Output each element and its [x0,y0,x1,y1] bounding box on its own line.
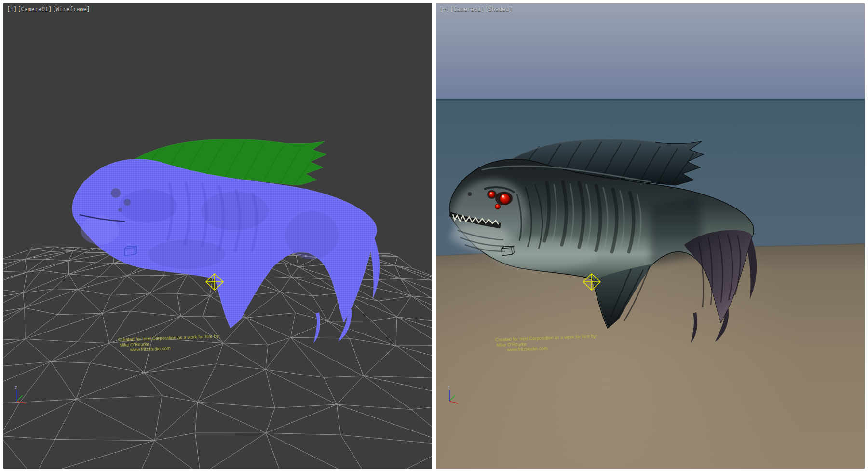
z-axis-label: z [15,385,17,389]
ground-grid-line [114,264,127,276]
ground-grid-line [324,376,364,377]
ground-grid-line [377,266,401,279]
y-axis-line [17,395,23,401]
ground-grid-line [431,280,432,303]
viewport-menu-shading[interactable]: [Shaded] [485,6,513,13]
ground-grid-line [195,402,198,433]
ground-grid-line [246,313,295,318]
viewport-shaded[interactable]: [+][Camera01][Shaded] [436,3,865,469]
ground-grid-line [177,274,188,294]
viewport-menu-shading[interactable]: [Wireframe] [53,6,90,13]
ground-grid-line [3,272,27,292]
ground-grid-line [68,250,73,261]
ground-grid-line [364,376,432,402]
ground-grid-line [73,250,85,252]
watermark-line1: Created for Intel Corporation as a work … [118,333,220,342]
eye-highlight [490,192,491,194]
ground-grid-line [32,249,50,252]
ground-grid-line [25,290,78,308]
ground-grid-line [58,313,103,315]
ground-grid-line [78,276,99,290]
sky [436,3,865,100]
ground-grid-line [324,377,337,404]
ground-grid-line [102,295,110,313]
ground-grid-line [280,277,291,292]
ground-grid-line [51,342,77,361]
ground-grid-line [266,433,372,469]
ground-grid-line [397,317,432,346]
ground-grid-line [266,337,291,369]
ground-grid-line [296,255,298,267]
ground-grid-line [312,296,328,321]
ground-grid-line [3,259,25,271]
ground-grid-line [291,321,328,337]
ground-grid-line [23,293,25,308]
z-axis-label: z [448,385,450,389]
viewport-menu-general[interactable]: [+] [7,6,17,13]
ground-grid-line [411,409,432,445]
ground-grid-line [54,274,69,289]
ground-grid-line [25,259,27,272]
ground-grid-line [45,259,69,261]
ground-grid-line [155,441,201,469]
ground-grid-line [3,293,23,306]
world-axis-gizmo: z [15,385,26,403]
ground-grid-line [96,263,114,263]
ground-grid-line [80,248,95,248]
ground-grid-line [34,440,55,469]
ground-grid-line [102,313,109,343]
ground-grid-line [350,338,364,376]
ground-grid-line [155,402,198,441]
ground-grid-line [198,370,266,402]
ground-grid-line [401,278,432,303]
ground-grid-line [337,404,411,409]
ground-grid-line [149,276,164,293]
ground-grid-line [55,440,154,441]
ground-grid-line [3,361,51,367]
ground-grid-line [54,289,78,290]
ground-grid-line [246,318,290,337]
ground-grid-line [3,361,51,400]
ground-grid-line [90,363,144,373]
ground-grid-line [3,272,27,287]
ground-grid-line [144,373,162,396]
ground-grid-line [268,337,291,345]
ground-grid-line [41,261,68,270]
ground-grid-line [127,276,149,293]
ground-grid-line [411,402,432,409]
ground-grid-line [3,403,20,436]
viewport-canvas-wireframe[interactable]: Created for Intel Corporation as a work … [3,3,432,469]
ground-grid-line [298,267,319,278]
viewport-label-left: [+][Camera01][Wireframe] [7,6,91,13]
ground-grid-line [68,261,96,263]
ground-grid-line [3,399,76,436]
viewport-menu-pov[interactable]: [Camera01] [450,6,484,13]
ground-grid-line [155,433,195,441]
ground-grid-line [3,287,23,293]
ground-grid-line [25,308,58,315]
ground-grid-line [20,361,51,402]
ground-grid-line [144,364,217,373]
fish-fin-strand[interactable] [313,312,320,343]
ground-grid-line [135,441,154,469]
ground-grid-line [280,292,312,296]
ground-grid-line [25,339,51,361]
ground-grid-line [100,276,127,276]
viewport-canvas-shaded[interactable]: Created for Intel Corporation as a work … [436,3,865,469]
eye-highlight [502,195,504,198]
ground-grid-line [396,317,397,346]
viewport-wireframe[interactable]: [+][Camera01][Wireframe] [3,3,432,469]
viewport-menu-pov[interactable]: [Camera01] [17,6,52,13]
ground-grid-line [396,346,432,346]
ground-grid-line [223,343,268,345]
ground-grid-line [78,276,127,290]
ground-grid-line [378,301,397,317]
ground-grid-line [198,364,217,402]
nostril [468,192,472,196]
viewport-menu-general[interactable]: [+] [439,6,449,13]
ground-grid-line [25,315,57,339]
ground-grid-line [100,264,114,277]
ground-grid-line [350,338,396,346]
ground-grid-line [110,276,127,295]
ground-grid-line [55,399,76,439]
